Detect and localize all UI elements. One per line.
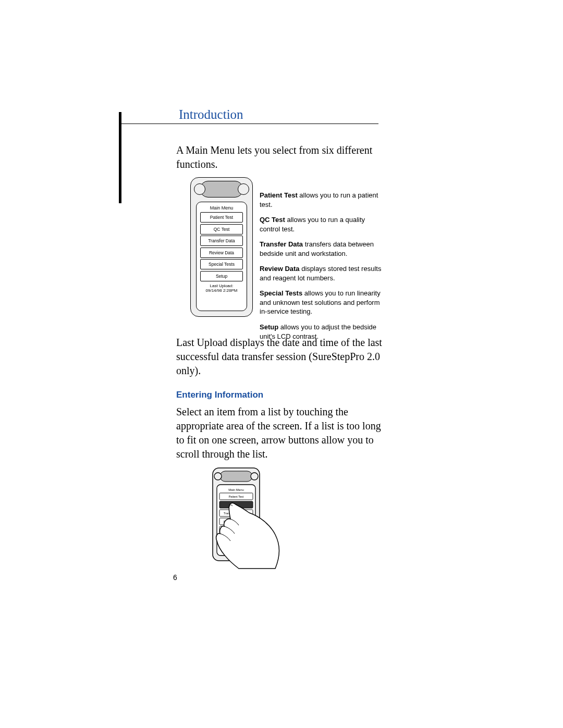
section-title: Introduction <box>179 107 247 122</box>
last-upload-paragraph: Last Upload displays the date and time o… <box>176 336 385 378</box>
lcd-screen: Main Menu Patient Test QC Test Transfer … <box>196 202 247 311</box>
desc-transfer-data: Transfer Data transfers data between bed… <box>260 240 385 258</box>
desc-bold: Setup <box>260 323 278 331</box>
device-knob-left <box>194 183 205 195</box>
lcd-button-review-data: Review Data <box>200 248 243 258</box>
lcd-footer-value: 09/14/98 2:28PM <box>206 288 238 293</box>
svg-point-2 <box>214 473 222 480</box>
svg-rect-1 <box>220 471 252 482</box>
lcd-screen-title: Main Menu <box>199 205 244 211</box>
device-knob-right <box>238 183 249 195</box>
lcd-footer: Last Upload: 09/14/98 2:28PM <box>199 283 244 293</box>
device-illustration-touch: Main Menu Patient Test Trans Revie Speci… <box>197 467 286 571</box>
desc-bold: Special Tests <box>260 289 302 297</box>
desc-bold: QC Test <box>260 216 285 224</box>
svg-text:Patient Test: Patient Test <box>229 495 244 498</box>
intro-paragraph: A Main Menu lets you select from six dif… <box>176 143 385 171</box>
desc-bold: Patient Test <box>260 191 298 199</box>
lcd-button-special-tests: Special Tests <box>200 259 243 269</box>
lcd-button-patient-test: Patient Test <box>200 212 243 223</box>
touch-svg: Main Menu Patient Test Trans Revie Speci… <box>197 467 286 571</box>
vertical-rule <box>119 112 121 203</box>
svg-point-3 <box>251 473 258 480</box>
device-illustration-main-menu: Main Menu Patient Test QC Test Transfer … <box>190 177 253 317</box>
desc-qc-test: QC Test allows you to run a quality cont… <box>260 215 385 233</box>
device-body: Main Menu Patient Test QC Test Transfer … <box>190 177 253 317</box>
lcd-footer-label: Last Upload: <box>210 283 234 288</box>
function-descriptions: Patient Test allows you to run a patient… <box>260 191 385 347</box>
lcd-button-setup: Setup <box>200 271 243 281</box>
desc-bold: Review Data <box>260 265 300 273</box>
svg-text:Main Menu: Main Menu <box>228 488 244 491</box>
select-paragraph: Select an item from a list by touching t… <box>176 405 385 461</box>
lcd-button-qc-test: QC Test <box>200 224 243 235</box>
desc-special-tests: Special Tests allows you to run linearit… <box>260 289 385 316</box>
desc-bold: Transfer Data <box>260 240 303 248</box>
lcd-button-transfer-data: Transfer Data <box>200 236 243 246</box>
desc-patient-test: Patient Test allows you to run a patient… <box>260 191 385 209</box>
page-number: 6 <box>173 573 177 582</box>
device-top-groove <box>200 181 243 198</box>
desc-review-data: Review Data displays stored test results… <box>260 264 385 282</box>
manual-page: Introduction A Main Menu lets you select… <box>0 0 563 728</box>
horizontal-rule <box>119 124 378 124</box>
subheading-entering-information: Entering Information <box>176 390 263 400</box>
